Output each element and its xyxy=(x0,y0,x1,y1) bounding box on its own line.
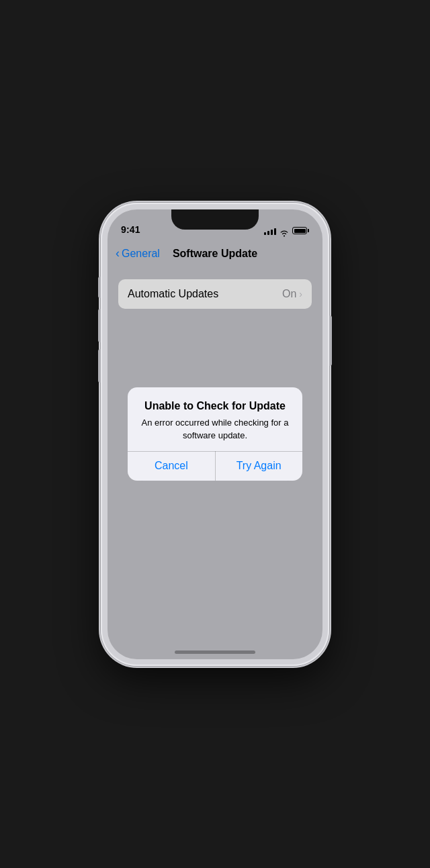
volume-up-button[interactable] xyxy=(98,309,101,342)
phone-screen: 9:41 xyxy=(108,209,322,659)
try-again-button[interactable]: Try Again xyxy=(215,451,302,481)
alert-message: An error occurred while checking for a s… xyxy=(138,417,292,441)
phone-frame: 9:41 xyxy=(101,203,329,666)
cancel-button[interactable]: Cancel xyxy=(128,451,215,481)
alert-overlay: Unable to Check for Update An error occu… xyxy=(108,209,322,659)
power-button[interactable] xyxy=(329,316,332,366)
volume-down-button[interactable] xyxy=(98,349,101,383)
mute-button[interactable] xyxy=(98,277,101,298)
alert-content: Unable to Check for Update An error occu… xyxy=(128,387,302,451)
alert-buttons: Cancel Try Again xyxy=(128,451,302,481)
alert-dialog: Unable to Check for Update An error occu… xyxy=(128,387,302,481)
alert-title: Unable to Check for Update xyxy=(138,399,292,414)
